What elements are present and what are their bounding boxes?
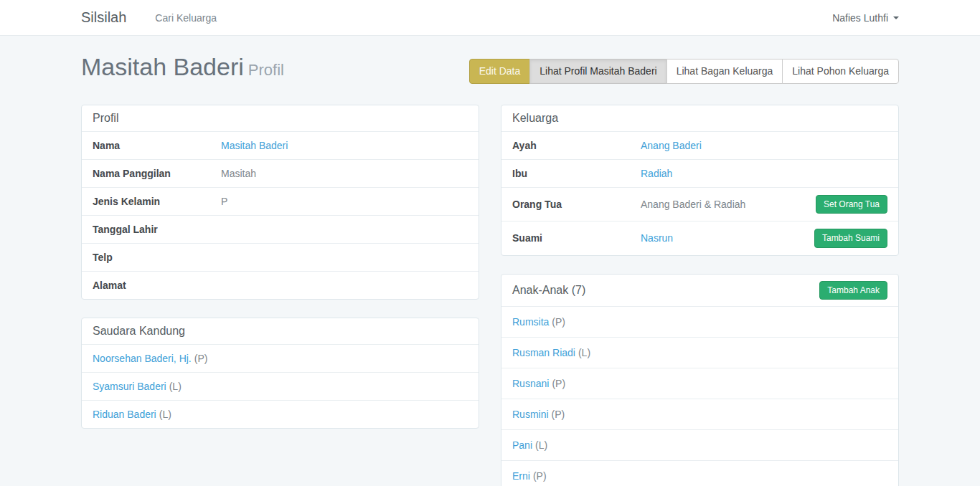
row-value: P bbox=[221, 196, 227, 207]
list-item: Rusmini (P) bbox=[501, 399, 898, 429]
row-label: Alamat bbox=[93, 280, 221, 291]
gender-label: (P) bbox=[552, 409, 565, 420]
row-label: Nama Panggilan bbox=[93, 168, 221, 179]
child-link[interactable]: Pani bbox=[512, 439, 532, 451]
keluarga-panel: Keluarga Ayah Anang Baderi Ibu Radiah Or… bbox=[501, 105, 899, 256]
child-link[interactable]: Rusmini bbox=[512, 409, 549, 420]
list-item: Pani (L) bbox=[501, 429, 898, 460]
sibling-link[interactable]: Riduan Baderi bbox=[93, 409, 156, 420]
gender-label: (L) bbox=[159, 409, 171, 420]
caret-down-icon bbox=[893, 16, 899, 19]
sibling-link[interactable]: Syamsuri Baderi bbox=[93, 381, 166, 392]
nama-link[interactable]: Masitah Baderi bbox=[221, 140, 288, 151]
table-row: Orang Tua Anang Baderi & Radiah Set Oran… bbox=[501, 187, 898, 221]
gender-label: (P) bbox=[533, 470, 547, 482]
table-row: Jenis Kelamin P bbox=[82, 187, 479, 215]
keluarga-panel-title: Keluarga bbox=[501, 105, 898, 131]
child-link[interactable]: Erni bbox=[512, 470, 530, 482]
ibu-link[interactable]: Radiah bbox=[641, 168, 672, 179]
left-column: Profil Nama Masitah Baderi Nama Panggila… bbox=[81, 105, 479, 486]
anak-anak-panel: Anak-Anak (7) Tambah Anak Rumsita (P) Ru… bbox=[501, 274, 899, 486]
sibling-link[interactable]: Noorsehan Baderi, Hj. bbox=[93, 353, 192, 364]
suami-link[interactable]: Nasrun bbox=[641, 232, 673, 244]
set-orang-tua-button[interactable]: Set Orang Tua bbox=[816, 195, 887, 214]
edit-data-button[interactable]: Edit Data bbox=[469, 59, 531, 84]
row-label: Ibu bbox=[512, 168, 641, 179]
list-item: Rusnani (P) bbox=[501, 368, 898, 399]
list-item: Rumsita (P) bbox=[501, 306, 898, 337]
list-item: Riduan Baderi (L) bbox=[82, 400, 479, 428]
brand-silsilah[interactable]: Silsilah bbox=[81, 9, 126, 26]
nav-link-cari-keluarga[interactable]: Cari Keluarga bbox=[155, 12, 217, 24]
table-row: Telp bbox=[82, 243, 479, 271]
row-label: Suami bbox=[512, 232, 641, 244]
list-item: Erni (P) bbox=[501, 460, 898, 486]
gender-label: (L) bbox=[535, 439, 547, 451]
table-row: Nama Panggilan Masitah bbox=[82, 159, 479, 187]
anak-anak-panel-header: Anak-Anak (7) Tambah Anak bbox=[501, 275, 898, 306]
right-column: Keluarga Ayah Anang Baderi Ibu Radiah Or… bbox=[501, 105, 899, 486]
row-label: Jenis Kelamin bbox=[93, 196, 221, 207]
user-menu-dropdown[interactable]: Nafies Luthfi bbox=[832, 12, 899, 24]
navbar: Silsilah Cari Keluarga Nafies Luthfi bbox=[0, 0, 980, 36]
gender-label: (P) bbox=[194, 353, 208, 364]
saudara-kandung-panel: Saudara Kandung Noorsehan Baderi, Hj. (P… bbox=[81, 318, 479, 429]
person-name-heading: Masitah Baderi bbox=[81, 53, 244, 80]
tambah-anak-button[interactable]: Tambah Anak bbox=[819, 281, 887, 300]
gender-label: (L) bbox=[169, 381, 182, 392]
row-label: Nama bbox=[93, 140, 221, 151]
row-value: Masitah bbox=[221, 168, 256, 179]
row-label: Telp bbox=[93, 252, 221, 263]
page-header: Masitah BaderiProfil Edit Data Lihat Pro… bbox=[81, 54, 899, 84]
anak-anak-panel-title: Anak-Anak (7) bbox=[512, 284, 585, 297]
child-link[interactable]: Rumsita bbox=[512, 316, 549, 328]
table-row: Nama Masitah Baderi bbox=[82, 131, 479, 159]
list-item: Noorsehan Baderi, Hj. (P) bbox=[82, 344, 479, 372]
gender-label: (P) bbox=[552, 316, 565, 328]
child-link[interactable]: Rusman Riadi bbox=[512, 347, 575, 358]
lihat-profil-button[interactable]: Lihat Profil Masitah Baderi bbox=[529, 59, 666, 84]
table-row: Tanggal Lahir bbox=[82, 215, 479, 243]
row-label: Orang Tua bbox=[512, 199, 641, 210]
gender-label: (L) bbox=[578, 347, 590, 358]
lihat-pohon-keluarga-button[interactable]: Lihat Pohon Keluarga bbox=[782, 59, 899, 84]
saudara-kandung-panel-title: Saudara Kandung bbox=[82, 318, 479, 344]
main-container: Masitah BaderiProfil Edit Data Lihat Pro… bbox=[81, 54, 899, 486]
page-title: Masitah BaderiProfil bbox=[81, 54, 284, 80]
table-row: Ayah Anang Baderi bbox=[501, 131, 898, 159]
row-label: Ayah bbox=[512, 140, 641, 151]
list-item: Syamsuri Baderi (L) bbox=[82, 372, 479, 400]
profil-panel-title: Profil bbox=[82, 105, 479, 131]
ayah-link[interactable]: Anang Baderi bbox=[641, 140, 702, 151]
row-label: Tanggal Lahir bbox=[93, 224, 221, 235]
profil-panel: Profil Nama Masitah Baderi Nama Panggila… bbox=[81, 105, 479, 300]
table-row: Ibu Radiah bbox=[501, 159, 898, 187]
table-row: Alamat bbox=[82, 271, 479, 299]
gender-label: (P) bbox=[552, 378, 565, 389]
lihat-bagan-keluarga-button[interactable]: Lihat Bagan Keluarga bbox=[666, 59, 783, 84]
tambah-suami-button[interactable]: Tambah Suami bbox=[814, 229, 887, 247]
list-item: Rusman Riadi (L) bbox=[501, 337, 898, 368]
profile-action-button-group: Edit Data Lihat Profil Masitah Baderi Li… bbox=[469, 59, 899, 84]
user-name-label: Nafies Luthfi bbox=[832, 12, 888, 24]
row-value: Anang Baderi & Radiah bbox=[641, 199, 745, 210]
page-subtitle: Profil bbox=[248, 61, 284, 79]
child-link[interactable]: Rusnani bbox=[512, 378, 549, 389]
table-row: Suami Nasrun Tambah Suami bbox=[501, 221, 898, 254]
